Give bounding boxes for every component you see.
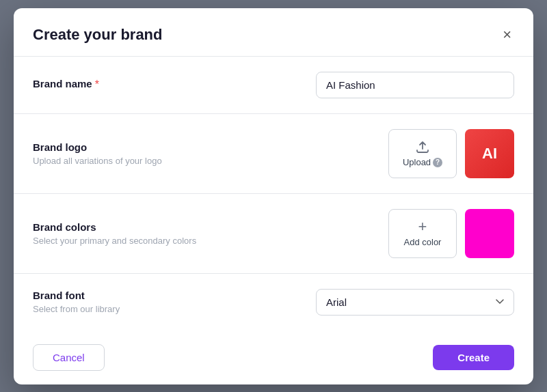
brand-logo-label-group: Brand logo Upload all variations of your…: [33, 141, 388, 166]
color-swatch[interactable]: [465, 209, 514, 258]
create-button[interactable]: Create: [433, 345, 514, 370]
modal-dialog: Create your brand × Brand name * Brand l…: [14, 8, 533, 384]
brand-logo-control: Upload ? AI: [388, 129, 514, 178]
logo-avatar: AI: [465, 129, 514, 178]
brand-name-label: Brand name: [33, 78, 92, 89]
brand-colors-title: Brand colors: [33, 221, 388, 233]
modal-header: Create your brand ×: [14, 8, 533, 56]
brand-name-label-row: Brand name *: [33, 78, 316, 92]
brand-font-title: Brand font: [33, 290, 316, 301]
add-color-button[interactable]: + Add color: [388, 209, 457, 258]
brand-colors-control: + Add color: [388, 209, 514, 258]
brand-name-section: Brand name *: [14, 57, 533, 114]
close-button[interactable]: ×: [500, 25, 514, 45]
add-color-icon: +: [418, 219, 427, 234]
brand-logo-section: Brand logo Upload all variations of your…: [14, 114, 533, 194]
upload-label-text: Upload ?: [403, 157, 442, 167]
brand-colors-section: Brand colors Select your primary and sec…: [14, 194, 533, 274]
brand-font-subtitle: Select from our library: [33, 304, 316, 314]
upload-icon: [415, 139, 430, 154]
brand-font-section: Brand font Select from our library Arial…: [14, 274, 533, 331]
brand-name-control: [316, 72, 514, 98]
brand-font-label-group: Brand font Select from our library: [33, 290, 316, 314]
upload-button[interactable]: Upload ?: [388, 129, 457, 178]
brand-font-control: Arial Helvetica Georgia Times New Roman …: [316, 289, 514, 316]
modal-footer: Cancel Create: [14, 331, 533, 384]
cancel-button[interactable]: Cancel: [33, 344, 105, 371]
brand-name-input[interactable]: [316, 72, 514, 98]
required-indicator: *: [95, 79, 99, 91]
modal-title: Create your brand: [33, 26, 163, 44]
add-color-label: Add color: [404, 237, 442, 247]
upload-help-icon: ?: [433, 158, 442, 167]
font-select[interactable]: Arial Helvetica Georgia Times New Roman …: [316, 289, 514, 316]
brand-colors-label-group: Brand colors Select your primary and sec…: [33, 221, 388, 246]
brand-colors-subtitle: Select your primary and secondary colors: [33, 236, 388, 246]
brand-name-label-group: Brand name *: [33, 78, 316, 92]
brand-logo-title: Brand logo: [33, 141, 388, 153]
brand-logo-subtitle: Upload all variations of your logo: [33, 156, 388, 166]
modal-overlay: Create your brand × Brand name * Brand l…: [0, 0, 547, 392]
